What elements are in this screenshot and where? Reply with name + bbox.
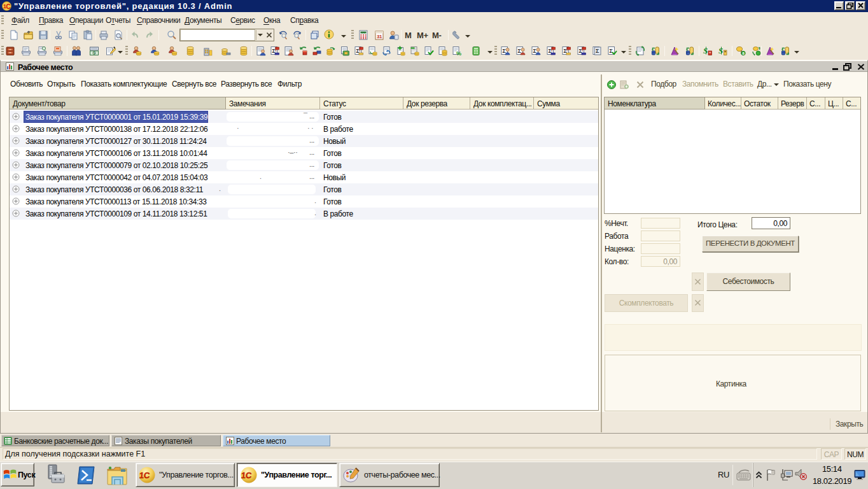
svg-text:1С: 1С: [139, 471, 150, 480]
svg-text:%: %: [456, 50, 461, 56]
svg-text:S: S: [703, 46, 708, 55]
svg-text:C: C: [6, 3, 11, 10]
svg-text:1С: 1С: [241, 471, 252, 480]
svg-text:S: S: [718, 46, 723, 55]
svg-text:31: 31: [377, 34, 382, 39]
